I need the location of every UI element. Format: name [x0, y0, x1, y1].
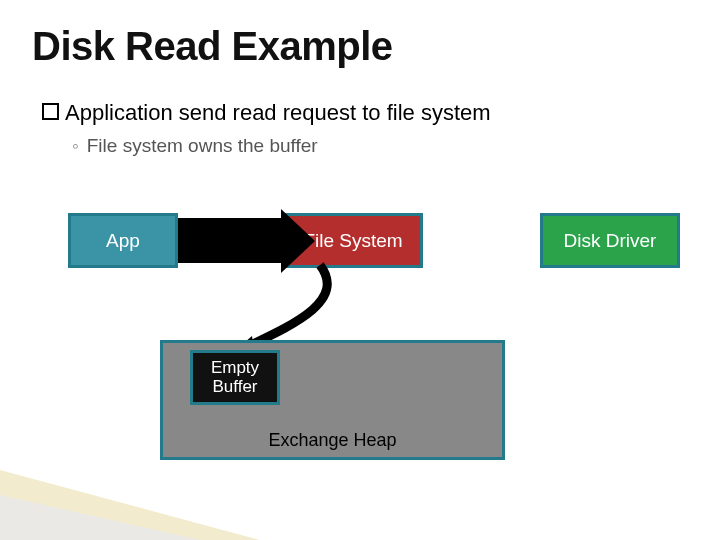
arrow-app-to-fs-shaft [178, 218, 283, 263]
empty-buffer-label: Empty Buffer [193, 359, 277, 396]
bullet-strong: Application [65, 100, 173, 125]
diamond-bullet-icon: ◦ [72, 135, 79, 157]
slide-title: Disk Read Example [32, 24, 393, 69]
bullet2-text: File system owns the buffer [87, 135, 318, 156]
bullet-level-1: Application send read request to file sy… [42, 100, 491, 126]
arrow-app-to-fs-head [281, 209, 315, 273]
decorative-wedge-2 [0, 495, 200, 540]
exchange-heap-label: Exchange Heap [160, 430, 505, 451]
square-bullet-icon [42, 103, 59, 120]
disk-driver-box: Disk Driver [540, 213, 680, 268]
empty-buffer-box: Empty Buffer [190, 350, 280, 405]
app-box: App [68, 213, 178, 268]
bullet-level-2: ◦File system owns the buffer [72, 135, 318, 157]
slide: Disk Read Example Application send read … [0, 0, 720, 540]
bullet-rest: send read request to file system [173, 100, 491, 125]
